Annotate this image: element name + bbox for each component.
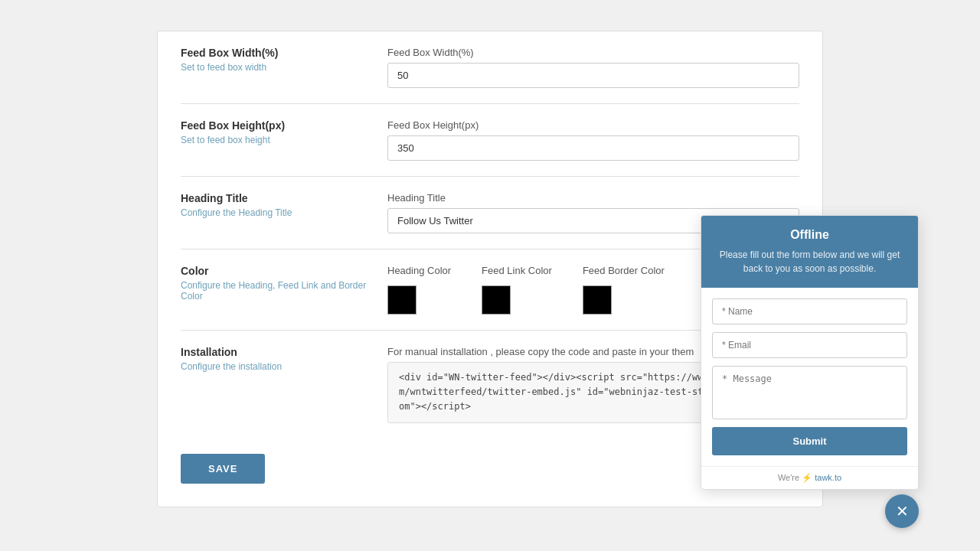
chat-footer-brand-link[interactable]: tawk.to (815, 473, 841, 482)
heading-color-group: Heading Color (387, 265, 451, 315)
chat-name-input[interactable] (712, 298, 907, 324)
chat-submit-button[interactable]: Submit (712, 427, 907, 455)
heading-color-label: Heading Color (387, 265, 451, 276)
section-left-installation: Installation Configure the installation (181, 346, 372, 423)
section-left: Feed Box Width(%) Set to feed box width (181, 47, 372, 88)
feed-box-width-field-label: Feed Box Width(%) (387, 47, 799, 58)
section-right: Feed Box Width(%) (387, 47, 799, 88)
chat-footer-text: We're (778, 473, 799, 482)
feed-link-color-swatch[interactable] (482, 285, 511, 315)
chat-description: Please fill out the form below and we wi… (715, 248, 904, 276)
chat-footer: We're ⚡ tawk.to (701, 466, 918, 489)
heading-title-left-title: Heading Title (181, 192, 372, 204)
feed-box-height-section: Feed Box Height(px) Set to feed box heig… (181, 104, 799, 177)
feed-box-height-title: Feed Box Height(px) (181, 119, 372, 132)
feed-box-width-title: Feed Box Width(%) (181, 47, 372, 59)
section-left-color: Color Configure the Heading, Feed Link a… (181, 265, 372, 315)
feed-box-height-input[interactable] (387, 135, 799, 161)
heading-title-field-label: Heading Title (387, 192, 799, 204)
feed-box-width-input[interactable] (387, 63, 799, 88)
chat-header: Offline Please fill out the form below a… (701, 216, 918, 288)
installation-desc: Configure the installation (181, 361, 372, 372)
heading-color-swatch[interactable] (387, 285, 416, 315)
feed-border-color-label: Feed Border Color (583, 265, 665, 276)
save-button[interactable]: SAVE (181, 454, 265, 484)
installation-title: Installation (181, 346, 372, 358)
color-title: Color (181, 265, 372, 277)
feed-link-color-group: Feed Link Color (482, 265, 552, 315)
lightning-icon: ⚡ (802, 473, 812, 482)
chat-body: Submit (701, 288, 918, 466)
color-desc: Configure the Heading, Feed Link and Bor… (181, 280, 372, 302)
feed-link-color-label: Feed Link Color (482, 265, 552, 276)
feed-box-height-desc: Set to feed box height (181, 135, 372, 145)
feed-border-color-group: Feed Border Color (583, 265, 665, 315)
feed-box-width-desc: Set to feed box width (181, 62, 372, 73)
section-right-height: Feed Box Height(px) (387, 119, 799, 161)
close-icon: ✕ (896, 502, 909, 520)
chat-message-input[interactable] (712, 366, 907, 419)
feed-box-height-field-label: Feed Box Height(px) (387, 119, 799, 131)
chat-close-button[interactable]: ✕ (885, 494, 919, 528)
feed-border-color-swatch[interactable] (583, 285, 612, 315)
section-left-height: Feed Box Height(px) Set to feed box heig… (181, 119, 372, 161)
heading-title-left-desc: Configure the Heading Title (181, 207, 372, 218)
chat-email-input[interactable] (712, 332, 907, 358)
section-left-heading: Heading Title Configure the Heading Titl… (181, 192, 372, 233)
chat-widget: Offline Please fill out the form below a… (701, 215, 919, 490)
chat-status: Offline (715, 228, 904, 242)
feed-box-width-section: Feed Box Width(%) Set to feed box width … (181, 31, 799, 104)
